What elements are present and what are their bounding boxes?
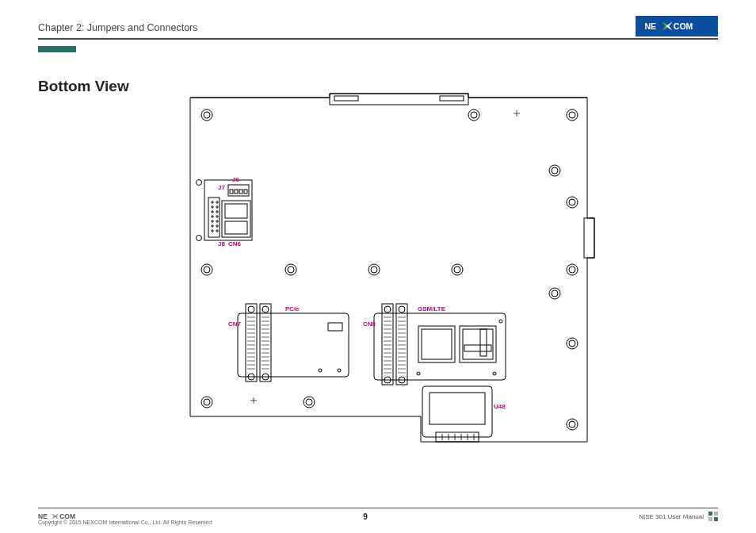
svg-point-50 (212, 201, 213, 203)
board-svg (181, 91, 597, 448)
svg-point-56 (212, 216, 213, 217)
svg-rect-10 (584, 218, 594, 258)
svg-point-30 (569, 266, 575, 273)
svg-point-23 (285, 264, 296, 275)
svg-point-86 (262, 306, 269, 313)
svg-rect-85 (260, 304, 271, 382)
svg-rect-45 (230, 190, 233, 194)
svg-marker-162 (54, 513, 59, 520)
svg-rect-65 (225, 204, 247, 218)
svg-point-150 (499, 320, 502, 323)
svg-point-148 (493, 372, 496, 375)
label-cn7: CN7 (228, 320, 241, 328)
copyright: Copyright © 2015 NEXCOM International Co… (38, 520, 718, 525)
svg-point-32 (552, 290, 558, 297)
svg-rect-68 (246, 304, 257, 382)
chapter-title: Chapter 2: Jumpers and Connectors (38, 22, 198, 36)
svg-rect-48 (244, 190, 247, 194)
svg-point-60 (212, 225, 213, 227)
svg-point-104 (338, 369, 341, 372)
svg-point-34 (569, 340, 575, 347)
svg-point-31 (549, 288, 560, 299)
doc-title: NISE 301 User Manual (639, 513, 704, 520)
svg-point-17 (549, 165, 560, 176)
svg-rect-46 (235, 190, 238, 194)
svg-point-54 (212, 211, 213, 213)
svg-rect-164 (708, 512, 712, 516)
svg-point-25 (368, 264, 380, 275)
label-gsm: GSM/LTE (418, 305, 445, 313)
board-diagram: J6 J7 J8 CN6 PCIe CN7 GSM/LTE CN8 U48 (181, 91, 597, 448)
svg-rect-167 (714, 517, 718, 521)
svg-point-36 (204, 399, 210, 405)
svg-rect-147 (480, 329, 487, 356)
svg-rect-8 (334, 96, 358, 101)
svg-point-35 (201, 397, 212, 408)
brand-logo: NE COM (636, 16, 718, 36)
label-j8: J8 (218, 240, 225, 247)
svg-point-53 (216, 206, 218, 208)
svg-point-55 (216, 211, 218, 213)
label-u48: U48 (494, 403, 506, 410)
svg-point-28 (454, 266, 460, 273)
svg-point-57 (216, 216, 218, 217)
page-footer: NE COM 9 NISE 301 User Manual Copyright … (38, 508, 718, 526)
svg-rect-165 (714, 512, 718, 516)
svg-rect-47 (239, 190, 242, 194)
svg-point-16 (569, 112, 575, 118)
page-header: Chapter 2: Jumpers and Connectors NE COM (38, 14, 718, 36)
svg-rect-152 (430, 393, 485, 424)
label-j6: J6 (232, 176, 239, 183)
svg-rect-142 (418, 326, 455, 362)
page-title: Bottom View (38, 78, 129, 95)
svg-rect-5 (330, 94, 468, 105)
svg-point-38 (306, 399, 312, 405)
svg-point-22 (204, 266, 210, 273)
svg-point-42 (197, 236, 202, 241)
svg-point-13 (468, 109, 479, 121)
svg-point-59 (216, 220, 218, 222)
svg-point-12 (204, 112, 210, 118)
svg-point-39 (567, 419, 578, 430)
svg-point-33 (567, 338, 578, 349)
svg-point-24 (288, 266, 294, 273)
svg-rect-143 (422, 329, 452, 359)
svg-rect-102 (328, 323, 342, 331)
svg-point-41 (197, 180, 202, 186)
cn8-slot (374, 304, 506, 385)
footer-glyph-icon (708, 512, 718, 521)
u48-conn (422, 386, 492, 442)
svg-point-61 (216, 225, 218, 227)
svg-rect-105 (374, 313, 506, 380)
svg-point-14 (471, 112, 477, 118)
svg-rect-64 (222, 201, 250, 237)
svg-point-18 (552, 167, 558, 174)
svg-point-20 (569, 199, 575, 205)
svg-point-26 (371, 266, 377, 273)
svg-text:NE: NE (644, 21, 656, 31)
svg-point-21 (201, 264, 212, 275)
svg-rect-151 (422, 386, 492, 437)
svg-rect-44 (228, 185, 249, 196)
svg-rect-66 (225, 221, 247, 234)
label-cn8: CN8 (363, 320, 376, 328)
svg-rect-146 (464, 345, 491, 351)
svg-text:COM: COM (674, 21, 693, 31)
svg-point-58 (212, 220, 213, 222)
svg-point-63 (216, 230, 218, 232)
header-rule (38, 38, 718, 40)
cn7-slot (238, 304, 349, 382)
svg-point-69 (248, 306, 254, 313)
svg-point-52 (212, 206, 213, 208)
svg-rect-144 (460, 326, 496, 362)
page-number: 9 (363, 512, 368, 521)
footer-rule (38, 508, 718, 509)
header-accent (38, 46, 76, 52)
svg-point-40 (569, 421, 575, 428)
svg-point-103 (319, 369, 322, 372)
svg-rect-9 (440, 96, 464, 101)
svg-point-11 (201, 109, 212, 121)
svg-point-62 (212, 230, 213, 232)
label-cn6: CN6 (228, 240, 241, 247)
label-j7: J7 (218, 184, 225, 191)
